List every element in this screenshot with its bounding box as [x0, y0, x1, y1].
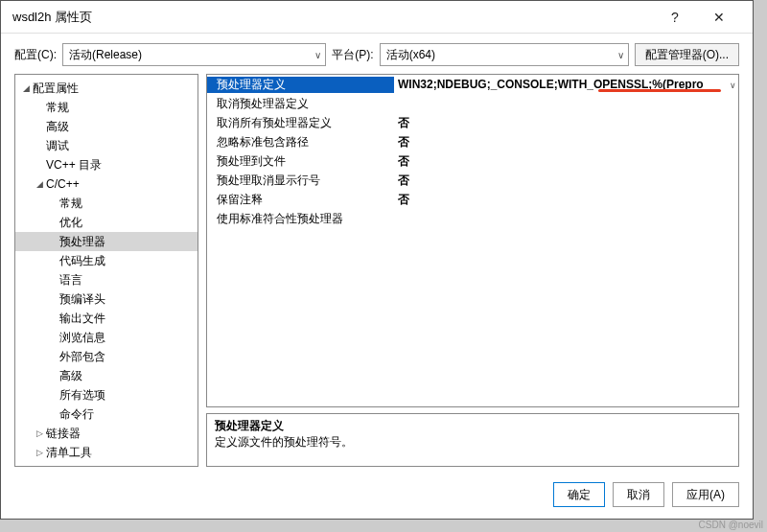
- tree-label: 浏览信息: [59, 330, 105, 346]
- tree-item[interactable]: 语言: [15, 270, 198, 289]
- apply-button[interactable]: 应用(A): [672, 482, 739, 507]
- prop-key: 保留注释: [207, 192, 394, 208]
- tree-label: XML 文档生成器: [46, 464, 130, 468]
- tree-label: 外部包含: [59, 349, 105, 365]
- prop-key: 预处理器定义: [207, 77, 394, 93]
- config-manager-button[interactable]: 配置管理器(O)...: [635, 43, 739, 66]
- tree-label: VC++ 目录: [46, 157, 102, 173]
- tree-label: 调试: [46, 138, 69, 154]
- tree-item[interactable]: VC++ 目录: [15, 155, 198, 174]
- tree-label: 清单工具: [46, 445, 92, 461]
- config-row: 配置(C): 活动(Release) ∨ 平台(P): 活动(x64) ∨ 配置…: [1, 34, 753, 74]
- tree-label: 命令行: [59, 406, 94, 423]
- tree-item[interactable]: ◢配置属性: [15, 79, 198, 98]
- tree-item[interactable]: 外部包含: [15, 347, 198, 366]
- config-combo[interactable]: 活动(Release) ∨: [62, 43, 326, 66]
- tree-label: 常规: [59, 196, 82, 212]
- tree-label: 链接器: [46, 426, 81, 442]
- close-button[interactable]: ✕: [697, 1, 741, 34]
- tree-label: 代码生成: [59, 253, 105, 269]
- prop-value[interactable]: 否: [394, 173, 738, 189]
- grid-row[interactable]: 忽略标准包含路径否: [207, 132, 738, 151]
- nav-tree[interactable]: ◢配置属性常规高级调试VC++ 目录◢C/C++常规优化预处理器代码生成语言预编…: [14, 74, 198, 467]
- tree-label: 优化: [59, 215, 82, 231]
- prop-key: 忽略标准包含路径: [207, 134, 394, 150]
- prop-key: 预处理到文件: [207, 153, 394, 170]
- chevron-down-icon[interactable]: ∨: [730, 81, 736, 90]
- tree-item[interactable]: 所有选项: [15, 385, 198, 405]
- platform-value: 活动(x64): [386, 47, 435, 63]
- prop-value[interactable]: 否: [394, 153, 738, 170]
- tree-item[interactable]: 输出文件: [15, 309, 198, 328]
- tree-label: 配置属性: [33, 81, 79, 97]
- grid-row[interactable]: 取消预处理器定义: [207, 94, 738, 113]
- prop-value[interactable]: 否: [394, 115, 738, 131]
- property-grid[interactable]: 预处理器定义WIN32;NDEBUG;_CONSOLE;WITH_OPENSSL…: [206, 74, 739, 407]
- tree-item[interactable]: 常规: [15, 194, 198, 213]
- grid-row[interactable]: 预处理取消显示行号否: [207, 171, 738, 190]
- expand-icon: ◢: [33, 179, 46, 189]
- tree-item[interactable]: 调试: [15, 136, 198, 155]
- prop-key: 使用标准符合性预处理器: [207, 211, 394, 227]
- help-button[interactable]: ?: [653, 1, 697, 34]
- annotation-underline: [598, 89, 721, 92]
- property-page-dialog: wsdl2h 属性页 ? ✕ 配置(C): 活动(Release) ∨ 平台(P…: [0, 0, 754, 520]
- tree-label: C/C++: [46, 177, 80, 191]
- window-title: wsdl2h 属性页: [12, 9, 653, 26]
- tree-item[interactable]: 优化: [15, 213, 198, 232]
- grid-row[interactable]: 使用标准符合性预处理器: [207, 209, 738, 228]
- tree-item[interactable]: ◢C/C++: [15, 174, 198, 194]
- description-box: 预处理器定义 定义源文件的预处理符号。: [206, 413, 739, 467]
- tree-item[interactable]: 常规: [15, 98, 198, 117]
- config-value: 活动(Release): [69, 47, 142, 63]
- tree-item[interactable]: 高级: [15, 366, 198, 385]
- tree-label: 预处理器: [59, 234, 105, 250]
- tree-item[interactable]: 预编译头: [15, 289, 198, 309]
- grid-row[interactable]: 取消所有预处理器定义否: [207, 113, 738, 132]
- prop-value[interactable]: 否: [394, 192, 738, 208]
- grid-row[interactable]: 保留注释否: [207, 190, 738, 209]
- tree-label: 常规: [46, 100, 69, 116]
- tree-label: 输出文件: [59, 311, 105, 327]
- expand-icon: ▷: [33, 448, 46, 457]
- ok-button[interactable]: 确定: [553, 482, 605, 507]
- prop-key: 预处理取消显示行号: [207, 173, 394, 189]
- tree-item[interactable]: 命令行: [15, 405, 198, 424]
- tree-label: 高级: [59, 368, 82, 384]
- description-title: 预处理器定义: [215, 418, 731, 434]
- platform-combo[interactable]: 活动(x64) ∨: [380, 43, 629, 66]
- prop-value[interactable]: 否: [394, 134, 738, 150]
- chevron-down-icon: ∨: [617, 50, 624, 60]
- cancel-button[interactable]: 取消: [613, 482, 664, 507]
- titlebar: wsdl2h 属性页 ? ✕: [1, 1, 753, 34]
- tree-item[interactable]: 高级: [15, 117, 198, 136]
- tree-item[interactable]: 代码生成: [15, 251, 198, 270]
- dialog-footer: 确定 取消 应用(A): [1, 474, 753, 519]
- chevron-down-icon: ∨: [314, 50, 321, 60]
- expand-icon: ▷: [33, 428, 46, 438]
- tree-item[interactable]: ▷链接器: [15, 424, 198, 443]
- tree-label: 语言: [59, 272, 82, 289]
- tree-label: 所有选项: [59, 387, 105, 404]
- tree-item[interactable]: ▷清单工具: [15, 443, 198, 462]
- grid-row[interactable]: 预处理到文件否: [207, 151, 738, 171]
- tree-label: 预编译头: [59, 291, 105, 308]
- expand-icon: ◢: [19, 83, 33, 93]
- watermark: CSDN @noevil: [699, 520, 763, 530]
- tree-item[interactable]: ▷XML 文档生成器: [15, 462, 198, 467]
- config-label: 配置(C):: [14, 47, 57, 63]
- prop-key: 取消所有预处理器定义: [207, 115, 394, 131]
- tree-item[interactable]: 预处理器: [15, 232, 198, 251]
- tree-label: 高级: [46, 119, 69, 135]
- description-text: 定义源文件的预处理符号。: [215, 434, 731, 451]
- tree-item[interactable]: 浏览信息: [15, 328, 198, 347]
- platform-label: 平台(P):: [332, 47, 373, 63]
- prop-key: 取消预处理器定义: [207, 96, 394, 112]
